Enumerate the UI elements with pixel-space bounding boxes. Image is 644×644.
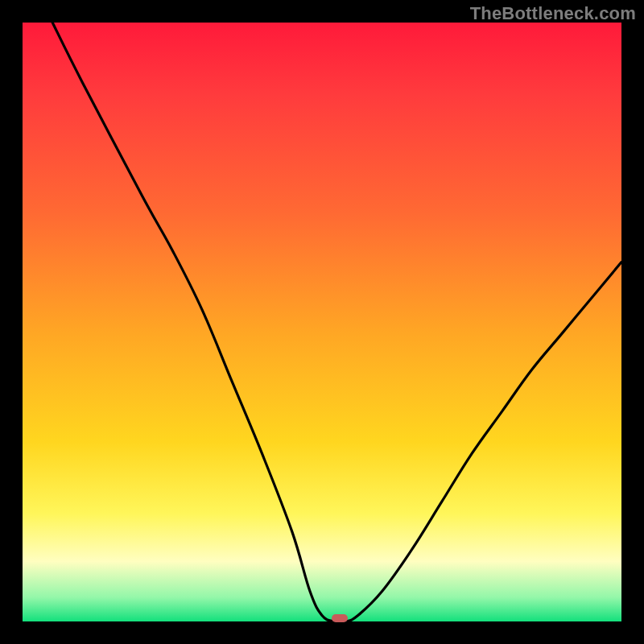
chart-plot-area: [23, 23, 621, 621]
bottleneck-marker: [332, 614, 348, 622]
chart-frame: TheBottleneck.com: [0, 0, 644, 644]
attribution-text: TheBottleneck.com: [470, 3, 636, 24]
bottleneck-curve: [23, 23, 621, 621]
curve-path: [52, 23, 621, 621]
